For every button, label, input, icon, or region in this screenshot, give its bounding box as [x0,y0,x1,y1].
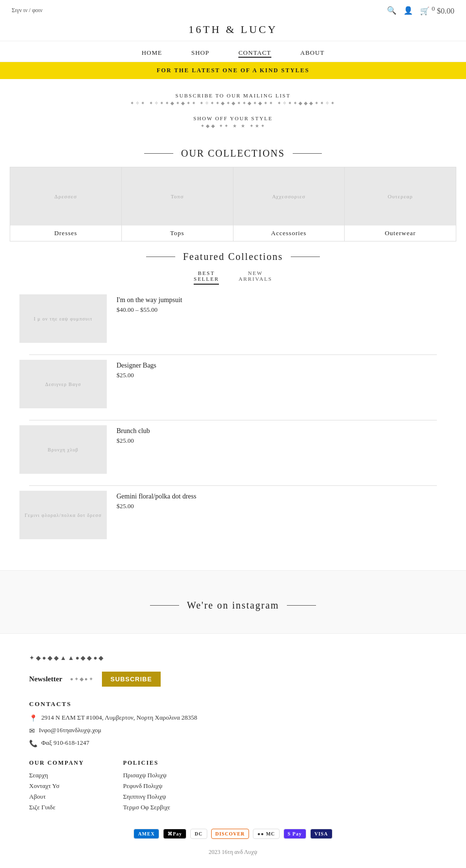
footer: ✦◆●◆◆▲▲●◆◆●◆ Newsletter ●✦◆●✦ SUBSCRIBE … [0,633,466,868]
subscribe-button[interactable]: SUBSCRIBE [102,672,161,687]
mailing-title[interactable]: SUBSCRIBE TO OUR MAILING LIST [0,93,466,98]
location-icon: 📍 [29,714,37,723]
divider [29,485,437,486]
company-item-contact[interactable]: Χονταχτ Υσ [29,782,84,790]
product-list: Ι μ ον τηε εαψ φυμπσυιτ I'm on the way j… [0,294,466,570]
newsletter-label: Newsletter [29,675,62,683]
heading-line-right [293,153,322,154]
mailing-deco: ✦✧✦ ✦✧✦✦◆✦◆✦✦ ✦✧✦✦◆✦◆✦✦◆✦◆✦✦ ✦✧✦✦◆◆◆✦✦✧✦ [0,100,466,106]
heading-line-left [144,153,173,154]
contact-phone[interactable]: 📞 Φαξ 910-618-1247 [29,739,437,748]
email-icon: ✉ [29,727,35,735]
collection-img-dresses: Δρεσσεσ [10,167,121,225]
collection-accessories[interactable]: Αχχεσσοριεσ Accessories [233,167,345,241]
product-price-3: $25.00 [116,437,150,445]
payment-applepay: ⌘Pay [163,829,186,839]
nav-contact[interactable]: CONTACT [238,49,271,58]
product-price-2: $25.00 [116,371,156,379]
footer-policies: POLICIES Πρισαχψ Πολιχψ Ρεφυνδ Πολιχψ Ση… [123,759,170,814]
policy-item-terms[interactable]: Τερμσ Οφ Σερβιχε [123,804,170,811]
featured-title: Featured Collections [183,251,283,262]
instagram-section: We're on instagram [0,570,466,633]
product-item: Γεμινι φλοραλ/πολκα δοτ δρεσσ Gemini flo… [19,491,447,539]
email-text: Ινφο@16τηανδλυχψ.χομ [39,726,101,734]
collections-heading: OUR COLLECTIONS [0,148,466,159]
phone-text: Φαξ 910-618-1247 [41,739,89,747]
product-name-2[interactable]: Designer Bags [116,362,156,370]
company-item-search[interactable]: Σεαρχη [29,772,84,779]
policy-item-refund[interactable]: Ρεφυνδ Πολιχψ [123,782,170,790]
payment-discover: DISCOVER [211,829,250,839]
featured-tabs: BEST SELLER NEW ARRIVALS [0,270,466,285]
promo-banner: FOR THE LATEST ONE OF A KIND STYLES [0,62,466,79]
payment-row: AMEX ⌘Pay DC DISCOVER ●● MC S Pay VISA [29,829,437,839]
cart-icon[interactable]: 🛒 0 $0.00 [420,5,454,16]
contact-email[interactable]: ✉ Ινφο@16τηανδλυχψ.χομ [29,726,437,735]
nav-shop[interactable]: SHOP [191,49,209,58]
tab-new-arrivals[interactable]: NEW ARRIVALS [238,270,272,285]
address-text: 2914 Ν ΕΛΜ ΣΤ #1004, Λυμβερτον, Νορτη Χα… [41,714,197,722]
collection-label-accessories: Accessories [233,225,345,241]
featured-line-right [291,257,320,257]
product-info-1: I'm on the way jumpsuit $40.00 – $55.00 [116,294,183,314]
product-name-4[interactable]: Gemini floral/polka dot dress [116,493,196,500]
product-image-4[interactable]: Γεμινι φλοραλ/πολκα δοτ δρεσσ [19,491,107,539]
product-image-2[interactable]: Δεσιγνερ Βαγσ [19,360,107,408]
product-name-1[interactable]: I'm on the way jumpsuit [116,296,183,304]
account-icon[interactable]: 👤 [403,6,413,15]
search-icon[interactable]: 🔍 [387,6,397,15]
payment-mastercard: ●● MC [253,829,279,839]
mailing-section: SUBSCRIBE TO OUR MAILING LIST ✦✧✦ ✦✧✦✦◆✦… [0,79,466,111]
collections-grid: Δρεσσεσ Dresses Τοπσ Tops Αχχεσσοριεσ Ac… [10,167,456,241]
product-name-3[interactable]: Brunch club [116,427,150,435]
site-logo[interactable]: 16TH & LUCY [0,20,466,41]
nav-links: HOME SHOP CONTACT ABOUT [0,45,466,62]
nav-home[interactable]: HOME [142,49,162,58]
collection-dresses[interactable]: Δρεσσεσ Dresses [10,167,122,241]
product-info-4: Gemini floral/polka dot dress $25.00 [116,491,196,510]
show-off-title[interactable]: SHOW OFF YOUR STYLE [0,115,466,121]
policies-title: POLICIES [123,759,170,767]
contacts-title: CONTACTS [29,700,437,708]
banner-text: FOR THE LATEST ONE OF A KIND STYLES [157,67,310,74]
policy-item-shipping[interactable]: Σηιππινγ Πολιχψ [123,793,170,801]
instagram-title: We're on instagram [187,600,279,611]
nav-about[interactable]: ABOUT [300,49,325,58]
collections-title: OUR COLLECTIONS [181,148,285,159]
product-price-4: $25.00 [116,502,196,510]
phone-icon: 📞 [29,739,37,748]
top-bar: Σιγν ιν / φοιν 🔍 👤 🛒 0 $0.00 [0,0,466,20]
tab-best-seller[interactable]: BEST SELLER [194,270,219,285]
collection-img-accessories: Αχχεσσοριεσ [233,167,345,225]
product-image-1[interactable]: Ι μ ον τηε εαψ φυμπσυιτ [19,294,107,343]
policy-item-privacy[interactable]: Πρισαχψ Πολιχψ [123,772,170,779]
main-nav: HOME SHOP CONTACT ABOUT [0,41,466,62]
featured-heading: Featured Collections [0,251,466,262]
product-item: Ι μ ον τηε εαψ φυμπσυιτ I'm on the way j… [19,294,447,343]
featured-line-left [146,257,175,257]
instagram-line-right [287,605,316,606]
cart-count: 0 [432,5,435,12]
divider [29,354,437,355]
product-price-1: $40.00 – $55.00 [116,306,183,314]
collection-img-outerwear: Ουτερεαρ [345,167,456,225]
product-item: Βρυνχη χλυβ Brunch club $25.00 [19,425,447,474]
collection-img-tops: Τοπσ [122,167,233,225]
company-item-size[interactable]: Σιζε Γυιδε [29,804,84,811]
collection-label-outerwear: Outerwear [345,225,456,241]
top-icons: 🔍 👤 🛒 0 $0.00 [387,5,454,16]
company-title: OUR COMPANY [29,759,84,767]
footer-company: OUR COMPANY Σεαρχη Χονταχτ Υσ Αβουτ Σιζε… [29,759,84,814]
product-info-2: Designer Bags $25.00 [116,360,156,379]
payment-amex: AMEX [133,829,159,839]
payment-icons: AMEX ⌘Pay DC DISCOVER ●● MC S Pay VISA [29,829,437,839]
collection-outerwear[interactable]: Ουτερεαρ Outerwear [345,167,456,241]
show-off-section: SHOW OFF YOUR STYLE ✦◆◆ ✦✦ ★ ★ ✦★✦ [0,111,466,138]
collection-tops[interactable]: Τοπσ Tops [122,167,233,241]
signin-link[interactable]: Σιγν ιν / φοιν [12,7,43,14]
contact-address: 📍 2914 Ν ΕΛΜ ΣΤ #1004, Λυμβερτον, Νορτη … [29,714,437,723]
instagram-heading: We're on instagram [0,600,466,611]
company-item-about[interactable]: Αβουτ [29,793,84,801]
product-image-3[interactable]: Βρυνχη χλυβ [19,425,107,474]
collection-label-dresses: Dresses [10,225,121,241]
